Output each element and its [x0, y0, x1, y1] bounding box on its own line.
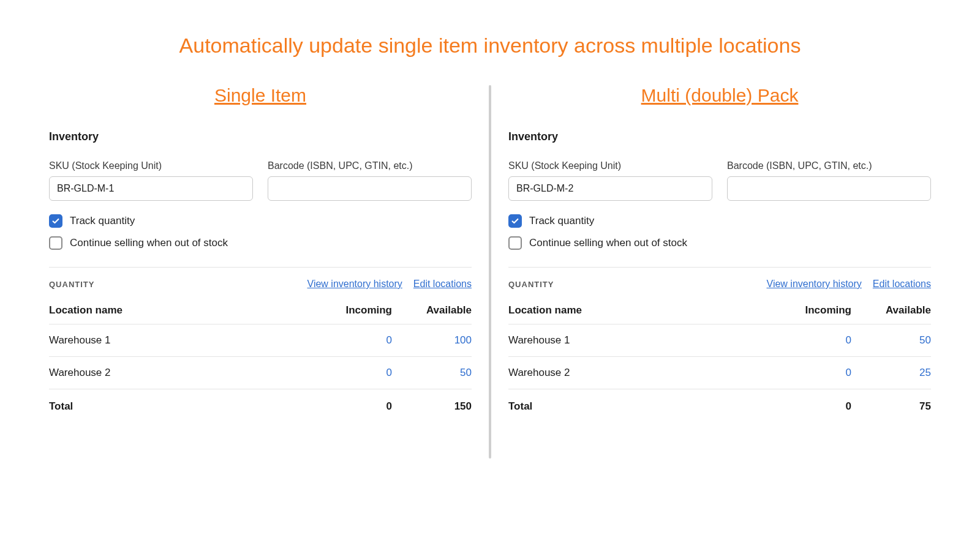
view-inventory-history-link[interactable]: View inventory history — [307, 279, 402, 290]
available-cell[interactable]: 50 — [392, 367, 472, 379]
divider-line — [508, 267, 931, 268]
total-available: 150 — [392, 400, 472, 413]
location-cell: Warehouse 1 — [508, 334, 772, 347]
left-panel-title: Single Item — [49, 85, 472, 106]
left-panel: Single Item Inventory SKU (Stock Keeping… — [43, 85, 478, 459]
incoming-cell[interactable]: 0 — [772, 367, 851, 379]
track-quantity-label: Track quantity — [529, 215, 594, 227]
incoming-cell[interactable]: 0 — [312, 334, 392, 347]
col-location: Location name — [49, 304, 312, 317]
quantity-heading: QUANTITY — [49, 280, 94, 289]
track-quantity-checkbox[interactable] — [49, 214, 62, 228]
continue-selling-checkbox[interactable] — [49, 236, 62, 250]
track-quantity-label: Track quantity — [70, 215, 135, 227]
location-cell: Warehouse 2 — [508, 367, 772, 379]
total-incoming: 0 — [312, 400, 392, 413]
table-row: Warehouse 1 0 100 — [49, 324, 472, 357]
continue-selling-label: Continue selling when out of stock — [70, 237, 228, 249]
total-available: 75 — [851, 400, 931, 413]
view-inventory-history-link[interactable]: View inventory history — [767, 279, 862, 290]
table-row: Warehouse 2 0 50 — [49, 357, 472, 389]
inventory-table: Location name Incoming Available Warehou… — [49, 304, 472, 413]
vertical-divider — [489, 85, 491, 459]
col-incoming: Incoming — [312, 304, 392, 317]
barcode-input[interactable] — [268, 176, 472, 201]
sku-input[interactable] — [508, 176, 712, 201]
continue-selling-label: Continue selling when out of stock — [529, 237, 687, 249]
table-header: Location name Incoming Available — [49, 304, 472, 324]
inventory-heading: Inventory — [508, 130, 931, 143]
available-cell[interactable]: 25 — [851, 367, 931, 379]
sku-label: SKU (Stock Keeping Unit) — [508, 160, 712, 171]
inventory-table: Location name Incoming Available Warehou… — [508, 304, 931, 413]
track-quantity-checkbox[interactable] — [508, 214, 522, 228]
incoming-cell[interactable]: 0 — [772, 334, 851, 347]
barcode-label: Barcode (ISBN, UPC, GTIN, etc.) — [268, 160, 472, 171]
col-available: Available — [392, 304, 472, 317]
col-available: Available — [851, 304, 931, 317]
total-incoming: 0 — [772, 400, 851, 413]
divider-line — [49, 267, 472, 268]
quantity-heading: QUANTITY — [508, 280, 554, 289]
location-cell: Warehouse 2 — [49, 367, 312, 379]
available-cell[interactable]: 50 — [851, 334, 931, 347]
edit-locations-link[interactable]: Edit locations — [873, 279, 931, 290]
col-incoming: Incoming — [772, 304, 851, 317]
table-row: Warehouse 1 0 50 — [508, 324, 931, 357]
edit-locations-link[interactable]: Edit locations — [413, 279, 472, 290]
sku-label: SKU (Stock Keeping Unit) — [49, 160, 253, 171]
continue-selling-checkbox[interactable] — [508, 236, 522, 250]
table-total-row: Total 0 150 — [49, 389, 472, 413]
total-label: Total — [508, 400, 772, 413]
table-total-row: Total 0 75 — [508, 389, 931, 413]
total-label: Total — [49, 400, 312, 413]
inventory-heading: Inventory — [49, 130, 472, 143]
barcode-label: Barcode (ISBN, UPC, GTIN, etc.) — [727, 160, 931, 171]
right-panel: Multi (double) Pack Inventory SKU (Stock… — [502, 85, 937, 459]
location-cell: Warehouse 1 — [49, 334, 312, 347]
columns: Single Item Inventory SKU (Stock Keeping… — [0, 85, 980, 459]
table-header: Location name Incoming Available — [508, 304, 931, 324]
check-icon — [51, 217, 60, 225]
right-panel-title: Multi (double) Pack — [508, 85, 931, 106]
table-row: Warehouse 2 0 25 — [508, 357, 931, 389]
barcode-input[interactable] — [727, 176, 931, 201]
incoming-cell[interactable]: 0 — [312, 367, 392, 379]
check-icon — [511, 217, 519, 225]
page-title: Automatically update single item invento… — [0, 34, 980, 58]
col-location: Location name — [508, 304, 772, 317]
available-cell[interactable]: 100 — [392, 334, 472, 347]
sku-input[interactable] — [49, 176, 253, 201]
